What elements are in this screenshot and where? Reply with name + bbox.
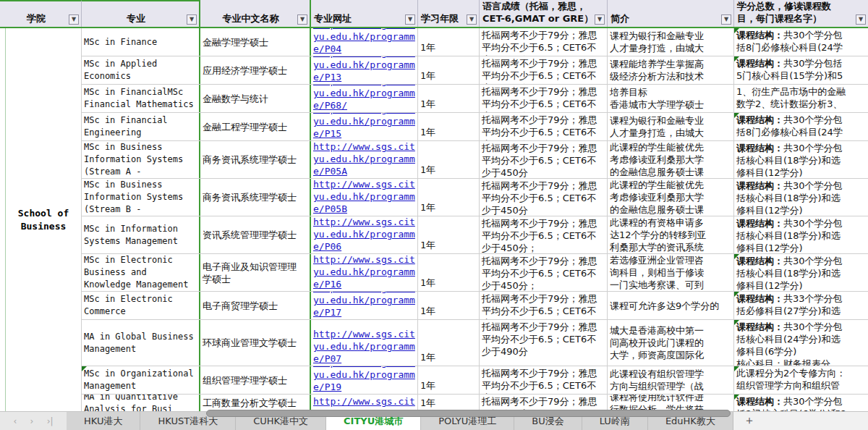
program-url-link[interactable]: http://www.sgs.cityu.edu.hk/programme/P1… [313, 292, 415, 319]
cell-chinese-name[interactable]: 组织管理学理学硕士 [200, 366, 311, 394]
sheet-tab[interactable]: HKU港大 [67, 412, 140, 430]
cell-course-structure[interactable]: 课程结构：共30个学分包 括核心科目(24学分)和选 修科目(6学分) 核心科目… [734, 320, 868, 366]
cell-duration[interactable]: 1年 [418, 366, 480, 394]
cell-language-requirements[interactable]: 托福网考不少于79分；雅思 平均分不少于6.5；CET6不 少于450分 [480, 113, 608, 140]
column-header-cell[interactable]: 专业中文名称 ▼ [200, 0, 311, 27]
program-url-link[interactable]: http://www.sgs.cityu.edu.hk/programme/P0… [313, 216, 415, 253]
cell-chinese-name[interactable]: 金融学理学硕士 [200, 28, 311, 56]
cell-chinese-name[interactable]: 商务资讯系统理学硕士 [200, 179, 311, 216]
column-header-cell[interactable]: 学院 ▼ [0, 0, 82, 27]
cell-language-requirements[interactable]: 托福网考不少于79分；雅思 平均分不少于6.5；CET6不 少于450分 [480, 179, 608, 216]
program-url-link[interactable]: http://www.sgs.cityu.edu.hk/programme/P1… [313, 366, 415, 393]
cell-program[interactable]: MSc in Organizational Management [82, 366, 200, 394]
cell-program[interactable]: MSc in Business Information Systems (Str… [82, 141, 200, 178]
cell-duration[interactable]: 1年 [418, 216, 480, 253]
cell-intro[interactable]: 课程将使用统计软件进 行数据分析，学生将获 [608, 395, 734, 411]
cell-course-structure[interactable]: 课程结构：共30个学分包 括8门必修核心科目(24学 [734, 28, 868, 56]
tab-nav-arrow[interactable]: › [30, 416, 34, 426]
cell-duration[interactable]: 1年 [418, 28, 480, 56]
column-a-sliver[interactable] [0, 28, 6, 411]
cell-intro[interactable]: 若选修亚洲企业管理咨 询科目，则相当于修读 一门实地考察课、可到 [608, 254, 734, 291]
cell-language-requirements[interactable]: 托福网考不少于79分；雅思 平均分不少于6.5；CET6不 少于450分 [480, 28, 608, 56]
cell-chinese-name[interactable]: 资讯系统管理理学硕士 [200, 216, 311, 253]
program-url-link[interactable]: http://www.sgs.cityu.edu.hk/programme/P1… [313, 113, 415, 140]
cell-duration[interactable]: 1年 [418, 179, 480, 216]
cell-language-requirements[interactable]: 托福网考不少于79分；雅思 平均分不少于6.5；CET6不 少于490分 [480, 320, 608, 366]
column-header-cell[interactable]: 学习年限 ▼ [418, 0, 480, 27]
cell-course-structure[interactable]: 课程结构：共30个学分包 括2门核心科目(6学分)和8 [734, 395, 868, 411]
cell-course-structure[interactable]: 1、衍生产品市场中的金融 数学2、统计数据分析3、 [734, 85, 868, 112]
program-url-link[interactable]: http://www.sgs.cityu.edu.hk/programme/P1… [313, 56, 415, 83]
filter-dropdown-icon[interactable]: ▼ [69, 14, 79, 25]
cell-language-requirements[interactable]: 托福网考不少于79分；雅思 平均分不少于6.5；CET6不 少于450分 [480, 85, 608, 112]
cell-chinese-name[interactable]: 金融工程学理学硕士 [200, 113, 311, 140]
cell-course-structure[interactable]: 课程结构：共30个学分包 括核心科目(18学分)和选 修科目(12学分) [734, 216, 868, 253]
cell-program[interactable]: MA in Global Business Management [82, 320, 200, 366]
cell-course-structure[interactable]: 课程结构：共30学分包括 5门核心科目(15学分)和5 [734, 56, 868, 84]
cell-course-structure[interactable]: 课程结构：共30个学分包 括核心科目(18学分)和选 修科目(12学分) [734, 141, 868, 178]
cell-course-structure[interactable]: 课程结构：共33个学分包 括必修科目(27学分)和选 [734, 292, 868, 319]
cell-course-structure[interactable]: 课程结构：共30个学分包 括核心科目(18学分)和选 修科目(12学分) [734, 254, 868, 291]
cell-program[interactable]: MSc in Business Information Systems (Str… [82, 179, 200, 216]
cell-chinese-name[interactable]: 金融数学与统计 [200, 85, 311, 112]
cell-chinese-name[interactable]: 电子商业及知识管理理 学硕士 [200, 254, 311, 291]
cell-intro[interactable]: 培养目标 香港城市大学理学硕士 [608, 85, 734, 112]
cell-language-requirements[interactable]: 托福网考不少于79分；雅思 平均分不少于6.5；CET6不 少于450分； [480, 216, 608, 253]
cell-intro[interactable]: 此课程的学生能被优先 考虑修读亚利桑那大学 的金融信息服务硕士课 [608, 179, 734, 216]
cell-course-structure[interactable]: 此课程分为2个专修方向： 组织管理学方向和组织管 [734, 366, 868, 394]
program-url-link[interactable]: http://www.sgs.cityu.edu.hk/programme/P0… [313, 179, 415, 215]
cell-duration[interactable]: 1年 [418, 292, 480, 319]
cell-course-structure[interactable]: 课程结构：共30个学分包 括8门必修核心科目(24学 [734, 113, 868, 140]
column-header-cell[interactable]: 专业 ▼ [82, 0, 200, 27]
school-merged-cell[interactable]: School of Business [6, 28, 82, 411]
program-url-link[interactable]: http://www.sgs.cityu.edu.hk/programme/P0… [313, 28, 415, 55]
cell-program[interactable]: MA in Quantitative Analysis for Busi [82, 395, 200, 411]
cell-language-requirements[interactable]: 托福网考不少于79分；雅思 平均分不少于6.5；CET6不 少于450分 [480, 395, 608, 411]
cell-duration[interactable]: 1年 [418, 85, 480, 112]
cell-intro[interactable]: 课程为银行和金融专业 人才量身打造，由城大 [608, 113, 734, 140]
cell-duration[interactable]: 1年 [418, 395, 480, 411]
program-url-link[interactable]: http://www.sgs.cityu.edu.hk/programme/P1… [313, 254, 415, 290]
column-header-cell[interactable]: 简介 ▼ [608, 0, 734, 27]
filter-dropdown-icon[interactable]: ▼ [856, 14, 866, 25]
filter-dropdown-icon[interactable]: ▼ [721, 14, 731, 25]
program-url-link[interactable]: http://www.sgs.cityu.edu.hk/programme/P6… [313, 85, 415, 111]
horizontal-scrollbar-thumb[interactable] [206, 410, 731, 417]
program-url-link[interactable]: http://www.sgs.cityu.edu.hk/programme [313, 395, 415, 411]
cell-chinese-name[interactable]: 电子商贸理学硕士 [200, 292, 311, 319]
cell-program[interactable]: MSc in Financial Engineering [82, 113, 200, 140]
cell-intro[interactable]: 课程能培养学生掌握高 级经济分析方法和技术 [608, 56, 734, 84]
cell-language-requirements[interactable]: 托福网考不少于79分；雅思 平均分不少于6.5；CET6不 少于450分 [480, 56, 608, 84]
cell-intro[interactable]: 此课程的学生能被优先 考虑修读亚利桑那大学 的金融信息服务硕士课 [608, 141, 734, 178]
cell-program[interactable]: MSc in Information Systems Management [82, 216, 200, 253]
tab-nav-arrow[interactable]: ›| [47, 416, 54, 426]
filter-dropdown-icon[interactable]: ▼ [297, 14, 307, 25]
cell-intro[interactable]: 此课程的有资格申请多 达12个学分的转移到亚 利桑那大学的资讯系统 [608, 216, 734, 253]
cell-duration[interactable]: 1年 [418, 56, 480, 84]
cell-course-structure[interactable]: 课程结构：共30个学分包 括核心科目(18学分)和选 修科目(12学分) [734, 179, 868, 216]
filter-dropdown-icon[interactable]: ▼ [467, 14, 477, 25]
column-header-cell[interactable]: 专业网址 ▼ [311, 0, 418, 27]
program-url-link[interactable]: http://www.sgs.cityu.edu.hk/programme/P0… [313, 328, 415, 365]
tab-nav-arrow[interactable]: ‹ [13, 416, 17, 426]
cell-program[interactable]: MSc in Finance [82, 28, 200, 56]
filter-dropdown-icon[interactable]: ▼ [405, 14, 415, 25]
cell-language-requirements[interactable]: 托福网考不少于79分；雅思 平均分不少于6.5；CET6不 少于450分； [480, 254, 608, 291]
cell-language-requirements[interactable]: 托福网考不少于79分；雅思 平均分不少于6.5；CET6不 少于450分 [480, 141, 608, 178]
cell-intro[interactable]: 课程为银行和金融专业 人才量身打造，由城大 [608, 28, 734, 56]
cell-duration[interactable]: 1年 [418, 141, 480, 178]
cell-duration[interactable]: 1年 [418, 320, 480, 366]
cell-duration[interactable]: 1年 [418, 254, 480, 291]
cell-intro[interactable]: 课程可允许多达9个学分的 [608, 292, 734, 319]
column-header-cell[interactable]: 课程结构（每专业修读 学分总数，修读课程数 目，每门课程名字） ▼ [734, 0, 868, 27]
cell-duration[interactable]: 1年 [418, 113, 480, 140]
filter-dropdown-icon[interactable]: ▼ [187, 14, 197, 25]
cell-program[interactable]: MSc in Electronic Commerce [82, 292, 200, 319]
cell-program[interactable]: MSc in Applied Economics [82, 56, 200, 84]
cell-program[interactable]: MSc in FinancialMSc Financial Mathematic… [82, 85, 200, 112]
cell-intro[interactable]: 城大是香港高校中第一 间高校开设此门课程的 大学，师资高度国际化 [608, 320, 734, 366]
filter-dropdown-icon[interactable]: ▼ [595, 14, 605, 25]
add-sheet-button[interactable]: ＋ [733, 412, 765, 430]
column-header-cell[interactable]: 语言成绩（托福，雅思， CET-6,GMAT or GRE） ▼ [480, 0, 608, 27]
cell-language-requirements[interactable]: 托福网考不少于79分；雅思 平均分不少于6.5；CET6不 少于450分 [480, 292, 608, 319]
